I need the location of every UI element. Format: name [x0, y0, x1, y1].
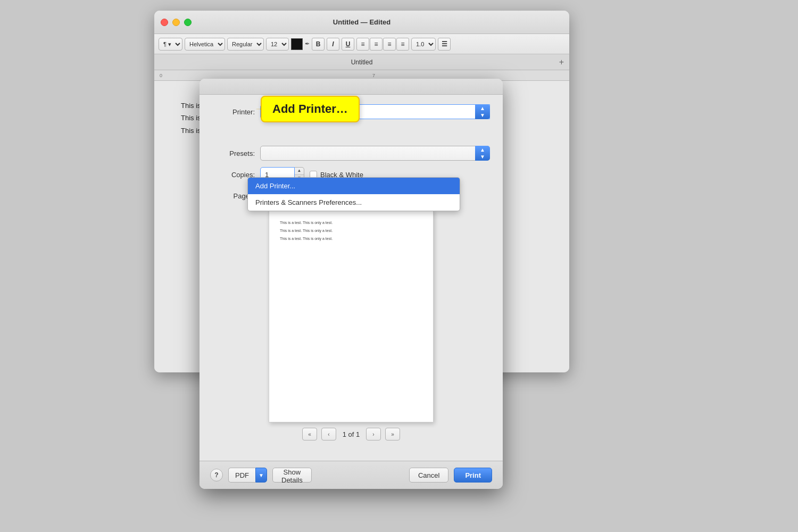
- line-spacing-select[interactable]: 1.0: [411, 38, 436, 51]
- font-family-select[interactable]: Helvetica: [185, 38, 225, 51]
- page-preview: This is a test. This is only a test. Thi…: [269, 210, 434, 422]
- print-button[interactable]: Print: [454, 468, 492, 483]
- printer-arrow[interactable]: ▲ ▼: [475, 104, 490, 119]
- page-navigation: « ‹ 1 of 1 › »: [302, 428, 400, 440]
- help-button[interactable]: ?: [210, 469, 223, 481]
- presets-select-wrapper: ▲ ▼: [260, 146, 490, 161]
- minimize-button[interactable]: [172, 19, 180, 26]
- page-counter: 1 of 1: [340, 430, 362, 438]
- printer-dropdown-menu: Add Printer... Printers & Scanners Prefe…: [247, 177, 460, 211]
- close-button[interactable]: [161, 19, 168, 26]
- list-style-select[interactable]: ¶ ▾: [159, 38, 182, 51]
- underline-button[interactable]: U: [342, 38, 354, 51]
- pdf-button[interactable]: PDF: [228, 468, 255, 483]
- first-page-button[interactable]: «: [302, 428, 317, 440]
- print-dialog: Printer: ▲ ▼ Add Printer... Printers & S…: [200, 79, 503, 489]
- align-center[interactable]: ≡: [370, 38, 383, 51]
- show-details-button[interactable]: Show Details: [272, 468, 312, 483]
- next-page-button[interactable]: ›: [366, 428, 381, 440]
- align-left[interactable]: ≡: [356, 38, 369, 51]
- pdf-dropdown-arrow[interactable]: ▼: [255, 468, 267, 483]
- italic-button[interactable]: I: [327, 38, 339, 51]
- font-style-select[interactable]: Regular: [227, 38, 264, 51]
- titlebar: Untitled — Edited: [154, 11, 569, 34]
- add-printer-option[interactable]: Add Printer...: [248, 178, 460, 194]
- presets-select[interactable]: [260, 146, 490, 161]
- color-picker[interactable]: [291, 38, 303, 50]
- tab-bar: Untitled +: [154, 54, 569, 70]
- align-group: ≡ ≡ ≡ ≡: [356, 38, 409, 51]
- cancel-button[interactable]: Cancel: [409, 468, 448, 483]
- presets-label: Presets:: [212, 149, 255, 157]
- dialog-header: [200, 79, 503, 95]
- dialog-body: Printer: ▲ ▼ Add Printer... Printers & S…: [200, 95, 503, 461]
- callout-text: Add Printer…: [272, 102, 348, 115]
- window-controls: [161, 19, 192, 26]
- preview-line-2: This is a test. This is only a test.: [280, 229, 422, 232]
- add-printer-callout: Add Printer…: [261, 96, 360, 122]
- page-preview-area: This is a test. This is only a test. Thi…: [212, 210, 490, 446]
- align-right[interactable]: ≡: [383, 38, 396, 51]
- window-title: Untitled — Edited: [333, 18, 390, 26]
- toolbar: ¶ ▾ Helvetica Regular 12 ✒ B I U ≡ ≡ ≡ ≡…: [154, 34, 569, 54]
- pdf-button-group: PDF ▼: [228, 468, 267, 483]
- printers-scanners-option[interactable]: Printers & Scanners Preferences...: [248, 194, 460, 211]
- font-size-select[interactable]: 12: [266, 38, 289, 51]
- presets-row: Presets: ▲ ▼: [212, 146, 490, 161]
- tab-title: Untitled: [351, 59, 373, 66]
- preview-line-3: This is a test. This is only a test.: [280, 237, 422, 240]
- bold-button[interactable]: B: [312, 38, 325, 51]
- maximize-button[interactable]: [184, 19, 192, 26]
- copies-up[interactable]: ▲: [295, 168, 304, 175]
- last-page-button[interactable]: »: [385, 428, 400, 440]
- add-tab-button[interactable]: +: [559, 57, 564, 67]
- list-format-button[interactable]: ☰: [438, 38, 451, 51]
- print-dialog-bottom: ? PDF ▼ Show Details Cancel Print: [200, 461, 503, 489]
- preview-line-1: This is a test. This is only a test.: [280, 221, 422, 225]
- color-dropper[interactable]: ✒: [305, 40, 310, 47]
- align-justify[interactable]: ≡: [396, 38, 409, 51]
- presets-arrow[interactable]: ▲ ▼: [475, 146, 490, 161]
- prev-page-button[interactable]: ‹: [321, 428, 336, 440]
